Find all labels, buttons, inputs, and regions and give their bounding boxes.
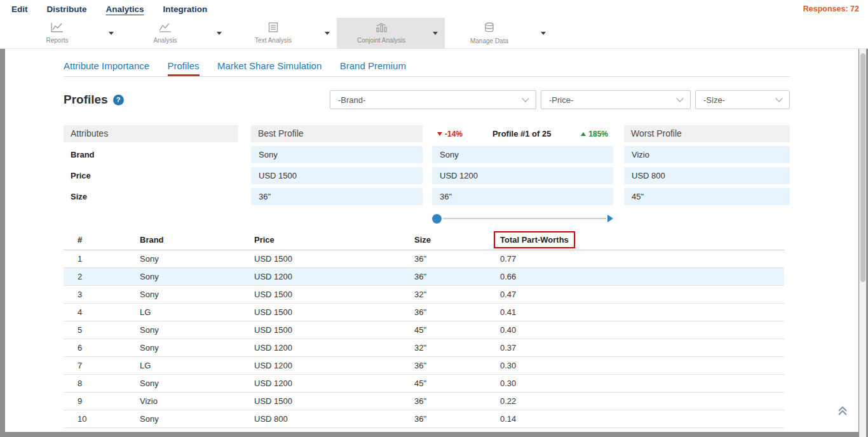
table-row[interactable]: 7LGUSD 120036"0.30 <box>64 356 784 374</box>
tab-market-share-simulation[interactable]: Market Share Simulation <box>217 60 322 76</box>
annotation-highlight-box: Total Part-Worths <box>494 231 575 248</box>
slider-handle[interactable] <box>432 214 442 224</box>
top-navigation: Edit Distribute Analytics Integration Re… <box>0 0 868 18</box>
conjoint-subtabs: Attribute Importance Profiles Market Sha… <box>64 60 790 77</box>
table-row[interactable]: 8SonyUSD 120045"0.30 <box>64 374 784 392</box>
line-chart-icon <box>51 22 64 35</box>
toolbar-item-text-analysis[interactable]: Text Analysis <box>229 18 337 48</box>
table-header-row: # Brand Price Size Total Part-Worths <box>64 231 784 250</box>
best-profile-header: Best Profile <box>251 125 423 142</box>
worst-profile-value: Vizio <box>624 146 790 163</box>
worst-profile-header: Worst Profile <box>624 125 790 142</box>
col-header-brand: Brand <box>140 231 254 250</box>
profiles-table: # Brand Price Size Total Part-Worths 1So… <box>64 231 784 432</box>
table-row[interactable]: 9VizioUSD 150036"0.22 <box>64 392 784 410</box>
document-icon <box>268 22 278 35</box>
toolbar-item-conjoint-analysis[interactable]: Conjoint Analysis <box>337 18 445 48</box>
col-header-total-part-worths: Total Part-Worths <box>500 231 784 250</box>
current-profile-column: -14% Profile #1 of 25 185% Sony USD 1200… <box>432 125 613 205</box>
attributes-header: Attributes <box>64 125 238 142</box>
worst-profile-column: Worst Profile Vizio USD 800 45" <box>624 125 790 205</box>
attribute-label: Price <box>64 167 238 184</box>
bar-chart-icon <box>376 22 388 35</box>
tab-profiles[interactable]: Profiles <box>168 60 200 76</box>
current-profile-header: -14% Profile #1 of 25 185% <box>432 125 613 142</box>
toolbar-item-analysis[interactable]: Analysis <box>121 18 229 48</box>
worst-profile-value: USD 800 <box>624 167 790 184</box>
worst-profile-value: 45" <box>624 188 790 205</box>
best-profile-value: 36" <box>251 188 423 205</box>
table-row[interactable]: 6SonyUSD 120032"0.37 <box>64 339 784 356</box>
content-panel: Attribute Importance Profiles Market Sha… <box>5 49 858 432</box>
nav-item-analytics[interactable]: Analytics <box>106 4 144 14</box>
filters: -Brand- -Price- -Size- <box>330 90 790 109</box>
analytics-toolbar: Reports Analysis Text Analysis <box>0 18 868 49</box>
best-delta-badge: 185% <box>581 130 608 138</box>
toolbar-item-label: Text Analysis <box>255 37 292 44</box>
brand-filter-value: -Brand- <box>338 95 365 105</box>
database-icon <box>484 22 494 36</box>
triangle-up-icon <box>581 132 586 136</box>
nav-item-edit[interactable]: Edit <box>11 4 28 14</box>
table-row[interactable]: 10SonyUSD 80036"0.14 <box>64 410 784 427</box>
best-profile-value: USD 1500 <box>251 167 423 184</box>
best-profile-value: Sony <box>251 146 423 163</box>
chevron-down-icon[interactable] <box>426 18 445 48</box>
triangle-down-icon <box>437 132 442 136</box>
slider-track[interactable] <box>443 218 606 219</box>
table-row[interactable]: 3SonyUSD 150032"0.47 <box>64 285 784 303</box>
table-row[interactable]: 5SonyUSD 150045"0.40 <box>64 321 784 339</box>
toolbar-item-label: Reports <box>46 37 68 44</box>
chevron-down-icon[interactable] <box>210 18 229 48</box>
table-row[interactable]: 11LGUSD 150032"0.12 <box>64 427 784 432</box>
current-profile-value: 36" <box>432 188 613 205</box>
price-filter-dropdown[interactable]: -Price- <box>541 90 691 109</box>
table-row[interactable]: 1SonyUSD 150036"0.77 <box>64 250 784 267</box>
tab-attribute-importance[interactable]: Attribute Importance <box>64 60 149 76</box>
size-filter-value: -Size- <box>703 95 725 105</box>
tab-brand-premium[interactable]: Brand Premium <box>340 60 406 76</box>
nav-item-distribute[interactable]: Distribute <box>47 4 87 14</box>
page-title: Profiles <box>64 93 108 107</box>
size-filter-dropdown[interactable]: -Size- <box>695 90 790 109</box>
toolbar-item-label: Manage Data <box>470 37 508 44</box>
chevron-down-icon[interactable] <box>102 18 121 48</box>
toolbar-item-reports[interactable]: Reports <box>13 18 121 48</box>
current-profile-value: USD 1200 <box>432 167 613 184</box>
table-row-selected[interactable]: 2SonyUSD 120036"0.66 <box>64 267 784 285</box>
help-icon[interactable]: ? <box>113 95 124 105</box>
current-profile-title: Profile #1 of 25 <box>492 129 551 138</box>
scroll-to-top-button[interactable] <box>836 405 850 419</box>
page-head: Profiles ? -Brand- -Price- -Size- <box>64 90 790 109</box>
screen: Edit Distribute Analytics Integration Re… <box>0 0 868 437</box>
vertical-scrollbar[interactable] <box>859 49 866 437</box>
attribute-label: Size <box>64 188 238 205</box>
worst-delta-badge: -14% <box>437 130 463 138</box>
brand-filter-dropdown[interactable]: -Brand- <box>330 90 536 109</box>
toolbar-item-label: Analysis <box>153 37 177 44</box>
chevron-down-icon <box>775 95 782 102</box>
current-profile-value: Sony <box>432 146 613 163</box>
double-chevron-up-icon <box>836 405 850 417</box>
table-row[interactable]: 4LGUSD 150036"0.41 <box>64 303 784 321</box>
col-header-price: Price <box>254 231 414 250</box>
trend-chart-icon <box>159 22 172 35</box>
attribute-label: Brand <box>64 146 238 163</box>
nav-item-integration[interactable]: Integration <box>163 4 208 14</box>
toolbar-item-label: Conjoint Analysis <box>357 37 405 44</box>
slider-next-arrow-icon[interactable] <box>607 215 613 222</box>
attributes-column: Attributes Brand Price Size <box>64 125 238 205</box>
col-header-number: # <box>64 231 140 250</box>
profile-slider <box>432 213 613 224</box>
toolbar-item-manage-data[interactable]: Manage Data <box>445 18 553 48</box>
best-profile-column: Best Profile Sony USD 1500 36" <box>251 125 423 205</box>
price-filter-value: -Price- <box>549 95 573 105</box>
col-header-size: Size <box>414 231 500 250</box>
responses-count-link[interactable]: Responses: 72 <box>803 4 868 13</box>
chevron-down-icon <box>522 95 529 102</box>
scrollbar-thumb[interactable] <box>860 53 865 282</box>
chevron-down-icon[interactable] <box>534 18 553 48</box>
chevron-down-icon <box>676 95 683 102</box>
chevron-down-icon[interactable] <box>318 18 337 48</box>
profile-comparison: Attributes Brand Price Size Best Profile… <box>64 125 790 205</box>
